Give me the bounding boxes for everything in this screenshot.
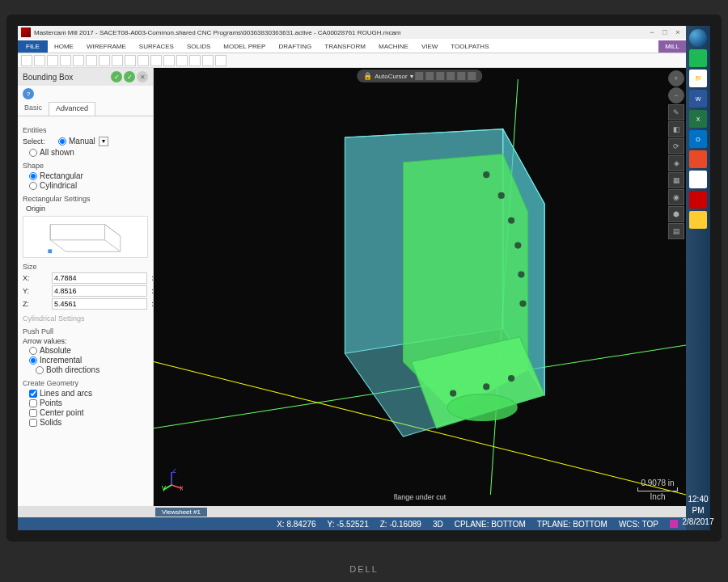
geom-lines-check[interactable]: Lines and arcs xyxy=(29,389,148,398)
pushpull-both-radio[interactable]: Both directions xyxy=(36,365,148,374)
vp-tool-icon[interactable] xyxy=(458,72,466,80)
ribbon-tab-wireframe[interactable]: WIREFRAME xyxy=(80,40,133,53)
chevron-down-icon[interactable]: ▾ xyxy=(410,73,413,80)
stepper-icon[interactable]: ⇕ xyxy=(150,287,153,296)
status-tplane[interactable]: TPLANE: BOTTOM xyxy=(537,520,607,529)
vp-tool-icon[interactable] xyxy=(447,72,455,80)
taskbar-app-explorer[interactable]: 📁 xyxy=(689,70,707,87)
ribbon-tab-transform[interactable]: TRANSFORM xyxy=(318,40,372,53)
ribbon-tab-row: FILE HOME WIREFRAME SURFACES SOLIDS MODE… xyxy=(18,39,686,53)
scale-unit: Inch xyxy=(637,492,678,501)
viewport-autocursor-toolbar[interactable]: 🔒 AutoCursor ▾ xyxy=(357,70,482,82)
taskbar-app-excel[interactable]: X xyxy=(689,110,707,128)
status-viewmode[interactable]: 3D xyxy=(433,520,443,529)
taskbar-app-chrome[interactable] xyxy=(689,211,707,229)
vp-tool-icon[interactable] xyxy=(426,72,434,80)
ribbon-tab-home[interactable]: HOME xyxy=(48,40,80,53)
toolbar-icon[interactable] xyxy=(47,55,58,66)
taskbar-app-spotify[interactable] xyxy=(689,49,707,67)
panel-tab-basic[interactable]: Basic xyxy=(18,102,49,116)
toolbar-icon[interactable] xyxy=(202,55,214,66)
shape-rectangular-radio[interactable]: Rectangular xyxy=(29,171,148,180)
viewsheet-tab[interactable]: Viewsheet #1 xyxy=(155,508,207,517)
start-orb[interactable] xyxy=(689,29,707,47)
ok-icon[interactable]: ✓ xyxy=(124,71,135,82)
toolbar-icon[interactable] xyxy=(138,55,149,66)
ribbon-context-mill[interactable]: MILL xyxy=(658,40,686,53)
origin-picker[interactable] xyxy=(23,216,148,258)
cancel-icon[interactable]: ✕ xyxy=(137,71,148,82)
ribbon-tab-modelprep[interactable]: MODEL PREP xyxy=(217,40,272,53)
strip-icon[interactable]: ▦ xyxy=(668,172,684,188)
svg-point-21 xyxy=(519,300,526,306)
geom-points-check[interactable]: Points xyxy=(29,399,148,407)
pick-icon[interactable]: ▾ xyxy=(99,137,108,146)
viewport-3d[interactable]: 🔒 AutoCursor ▾ z x xyxy=(154,68,686,506)
taskbar-app-mastercam[interactable] xyxy=(689,191,707,209)
rect-settings-label: Rectangular Settings xyxy=(23,195,148,203)
stepper-icon[interactable]: ⇕ xyxy=(150,274,153,283)
pushpull-incremental-radio[interactable]: Incremental xyxy=(29,356,148,365)
close-button[interactable]: × xyxy=(673,27,683,37)
ribbon-tab-drafting[interactable]: DRAFTING xyxy=(272,40,318,53)
right-tool-strip: + − ✎ ◧ ⟳ ◈ ▦ ◉ ⬢ ▤ xyxy=(668,70,686,239)
toolbar-icon[interactable] xyxy=(215,55,226,66)
taskbar-app-generic1[interactable] xyxy=(689,150,707,168)
ribbon-tab-view[interactable]: VIEW xyxy=(415,40,444,53)
strip-icon[interactable]: ⬢ xyxy=(668,206,684,222)
vp-tool-icon[interactable] xyxy=(416,72,424,80)
toolbar-icon[interactable] xyxy=(99,55,110,66)
pushpull-absolute-radio[interactable]: Absolute xyxy=(29,346,148,355)
status-wcs[interactable]: WCS: TOP xyxy=(619,520,658,529)
toolbar-icon[interactable] xyxy=(86,55,97,66)
select-manual-radio[interactable]: Manual xyxy=(58,137,95,146)
toolbar-icon[interactable] xyxy=(125,55,136,66)
strip-icon[interactable]: + xyxy=(668,70,684,86)
ribbon-tab-surfaces[interactable]: SURFACES xyxy=(133,40,180,53)
bounding-box-panel: Bounding Box ✓ ✓ ✕ ? Basic Advanced Enti… xyxy=(18,68,154,506)
strip-icon[interactable]: ◉ xyxy=(668,189,684,205)
toolbar-icon[interactable] xyxy=(189,55,201,66)
ribbon-tab-solids[interactable]: SOLIDS xyxy=(180,40,217,53)
strip-icon[interactable]: ◈ xyxy=(668,155,684,171)
toolbar-icon[interactable] xyxy=(34,55,45,66)
toolbar-icon[interactable] xyxy=(150,55,162,66)
toolbar-icon[interactable] xyxy=(21,55,32,66)
size-x-input[interactable] xyxy=(52,272,147,284)
taskbar-app-word[interactable]: W xyxy=(689,90,707,108)
vp-tool-icon[interactable] xyxy=(437,72,445,80)
toolbar-icon[interactable] xyxy=(163,55,175,66)
lock-icon[interactable]: 🔒 xyxy=(363,72,372,80)
toolbar-icon[interactable] xyxy=(60,55,71,66)
strip-icon[interactable]: ◧ xyxy=(668,121,684,137)
taskbar-app-outlook[interactable]: O xyxy=(689,130,707,148)
stepper-icon[interactable]: ⇕ xyxy=(150,300,153,309)
geom-section-label: Create Geometry xyxy=(23,379,148,387)
apply-icon[interactable]: ✓ xyxy=(111,71,122,82)
toolbar-icon[interactable] xyxy=(176,55,188,66)
status-swatch[interactable] xyxy=(670,520,678,528)
status-z: Z: -0.16089 xyxy=(380,520,421,529)
strip-icon[interactable]: ⟳ xyxy=(668,138,684,154)
panel-tab-advanced[interactable]: Advanced xyxy=(49,102,95,116)
strip-icon[interactable]: − xyxy=(668,87,684,103)
strip-icon[interactable]: ▤ xyxy=(668,223,684,239)
ribbon-tab-toolpaths[interactable]: TOOLPATHS xyxy=(444,40,495,53)
minimize-button[interactable]: − xyxy=(647,27,657,37)
maximize-button[interactable]: □ xyxy=(660,27,670,37)
size-y-input[interactable] xyxy=(52,285,147,297)
toolbar-icon[interactable] xyxy=(73,55,84,66)
vp-tool-icon[interactable] xyxy=(468,72,476,80)
taskbar-app-generic2[interactable] xyxy=(689,171,707,188)
strip-icon[interactable]: ✎ xyxy=(668,104,684,120)
help-icon[interactable]: ? xyxy=(23,88,34,99)
select-allshown-radio[interactable]: All shown xyxy=(29,148,148,157)
file-tab[interactable]: FILE xyxy=(18,40,48,53)
shape-cylindrical-radio[interactable]: Cylindrical xyxy=(29,181,148,190)
status-cplane[interactable]: CPLANE: BOTTOM xyxy=(455,520,526,529)
toolbar-icon[interactable] xyxy=(112,55,123,66)
geom-solids-check[interactable]: Solids xyxy=(29,418,148,427)
ribbon-tab-machine[interactable]: MACHINE xyxy=(372,40,415,53)
size-z-input[interactable] xyxy=(52,298,147,310)
geom-center-check[interactable]: Center point xyxy=(29,408,148,417)
